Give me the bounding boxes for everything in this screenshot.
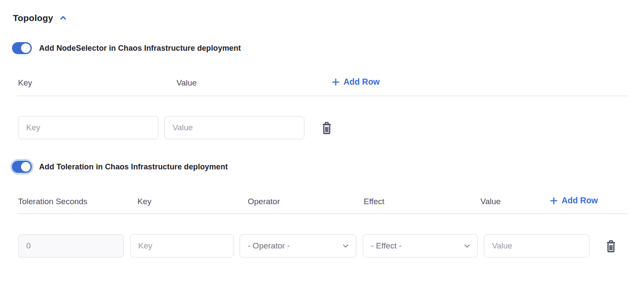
nodeselector-value-input[interactable] <box>164 116 304 139</box>
plus-icon <box>550 197 558 205</box>
toleration-key-input[interactable] <box>130 234 234 257</box>
collapse-chevron-up-icon[interactable] <box>58 13 68 23</box>
trash-icon <box>320 120 334 136</box>
nodeselector-add-row-button[interactable]: Add Row <box>332 77 380 87</box>
toleration-toggle-row: Add Toleration in Chaos Infrastructure d… <box>12 161 228 173</box>
toleration-add-row-button[interactable]: Add Row <box>550 196 598 205</box>
add-row-label: Add Row <box>343 77 380 87</box>
toleration-col-effect: Effect <box>364 197 384 206</box>
toleration-value-input[interactable] <box>484 234 589 257</box>
toleration-toggle[interactable] <box>12 161 32 173</box>
node-selector-toggle[interactable] <box>12 42 32 54</box>
node-selector-toggle-label: Add NodeSelector in Chaos Infrastructure… <box>39 44 241 53</box>
toleration-col-value: Value <box>480 197 501 206</box>
nodeselector-col-key: Key <box>18 78 32 88</box>
topology-panel: Topology Add NodeSelector in Chaos Infra… <box>0 0 644 288</box>
toleration-header-divider <box>17 213 628 214</box>
plus-icon <box>332 78 340 86</box>
toggle-knob <box>21 162 30 172</box>
section-title: Topology <box>13 13 53 23</box>
nodeselector-delete-row-button[interactable] <box>319 120 334 136</box>
effect-selected-value: - Effect - <box>371 241 401 251</box>
add-row-label: Add Row <box>562 196 598 205</box>
operator-selected-value: - Operator - <box>248 241 290 251</box>
toleration-col-seconds: Toleration Seconds <box>18 197 88 206</box>
effect-select[interactable]: - Effect - <box>363 234 478 257</box>
trash-icon <box>604 239 618 254</box>
toleration-col-key: Key <box>137 197 152 206</box>
node-selector-toggle-row: Add NodeSelector in Chaos Infrastructure… <box>12 42 241 54</box>
toggle-knob <box>21 43 30 53</box>
toleration-col-operator: Operator <box>248 197 280 206</box>
operator-select[interactable]: - Operator - <box>240 234 356 257</box>
chevron-down-icon <box>463 242 471 250</box>
toleration-delete-row-button[interactable] <box>604 238 618 254</box>
toleration-seconds-input[interactable] <box>18 234 124 257</box>
nodeselector-key-input[interactable] <box>18 116 158 139</box>
chevron-down-icon <box>341 242 350 250</box>
nodeselector-col-value: Value <box>176 78 197 88</box>
toleration-toggle-label: Add Toleration in Chaos Infrastructure d… <box>39 162 228 172</box>
section-header: Topology <box>13 13 68 23</box>
nodeselector-header-divider <box>17 95 628 96</box>
